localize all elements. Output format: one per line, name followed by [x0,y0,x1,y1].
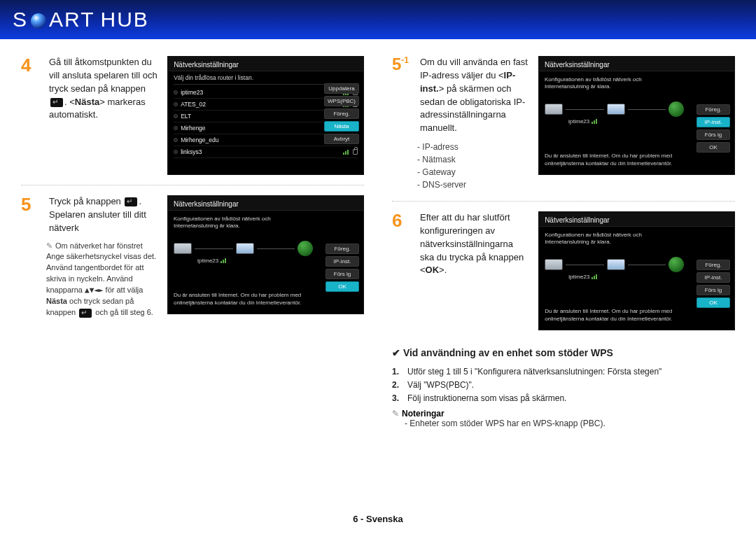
btn-avbryt[interactable]: Avbryt [324,134,359,144]
wps-notes: ✎Noteringar [392,409,735,419]
btn-ok[interactable]: OK [326,281,359,292]
shot4-buttons: Uppdatera WPS(PBC) Föreg. Nästa Avbryt [324,83,359,144]
btn-uppdatera[interactable]: Uppdatera [324,83,359,94]
divider [21,185,364,185]
wps-note-body: - Enheter som stöder WPS har en WPS-knap… [405,419,735,428]
step-number-4: 4 [21,56,42,169]
router-icon [607,259,625,270]
router-icon [236,243,254,254]
left-column: 4 Gå till åtkomstpunkten du vill ansluta… [21,56,364,428]
step-6-text: Efter att du har slutfört konfigureringe… [420,211,528,325]
brand-banner: S ART HUB [0,0,756,39]
step-5-note: ✎Om nätverket har fönstret Ange säkerhet… [46,241,158,319]
step-number-5-1: 5-1 [392,56,413,135]
step-6: 6 Efter att du har slutfört konfigurerin… [392,211,528,325]
step-5: 5 Tryck på knappen . Spelaren ansluter t… [21,195,158,235]
internet-icon [298,241,313,256]
btn-ok[interactable]: OK [696,142,730,153]
step-number-5: 5 [21,195,42,235]
brand-hub: HUB [100,8,148,31]
ip-fields-list: IP-adress Nätmask Gateway DNS-server [417,141,528,191]
btn-forsig[interactable]: Förs ig [326,269,359,279]
step-4: 4 Gå till åtkomstpunkten du vill ansluta… [21,56,158,169]
btn-forsig[interactable]: Förs ig [696,285,730,295]
btn-forsig[interactable]: Förs ig [696,129,730,140]
device-icon [545,259,563,270]
btn-ipinst[interactable]: IP-inst. [696,117,730,127]
btn-ipinst[interactable]: IP-inst. [696,272,730,283]
device-icon [545,104,563,115]
wps-item-1: Utför steg 1 till 5 i "Konfigurera nätve… [407,365,662,379]
btn-wpspbc[interactable]: WPS(PBC) [324,96,359,106]
wps-heading: ✔ Vid användning av en enhet som stöder … [392,347,735,358]
screenshot-step5: Nätverksinställningar Konfigurationen av… [167,195,364,314]
btn-foreg[interactable]: Föreg. [696,260,730,270]
wps-item-2: Välj "WPS(PBC)". [407,379,474,392]
btn-foreg[interactable]: Föreg. [326,244,359,254]
btn-ipinst[interactable]: IP-inst. [326,256,359,267]
globe-icon [31,13,46,29]
pen-icon: ✎ [46,241,52,250]
pen-icon: ✎ [392,409,399,419]
router-icon [607,104,625,115]
step-4-text: Gå till åtkomstpunkten du vill ansluta s… [49,56,158,169]
page-footer: 6 - Svenska [0,514,756,524]
internet-icon [668,257,684,272]
btn-foreg[interactable]: Föreg. [324,108,359,119]
btn-nasta[interactable]: Nästa [324,121,359,132]
screenshot-step6: Nätverksinställningar Konfigurationen av… [538,211,735,330]
screenshot-step4: Nätverksinställningar Välj din trådlösa … [167,56,364,175]
step-number-6: 6 [392,211,413,325]
brand-logo: S ART HUB [13,8,149,31]
shot-prompt: Välj din trådlösa router i listan. [168,71,363,83]
brand-s: S [13,8,28,31]
step-5-1-text: Om du vill använda en fast IP-adress väl… [420,56,528,135]
screenshot-step5-1: Nätverksinställningar Konfigurationen av… [538,56,735,175]
device-icon [174,243,192,254]
step-5-text: Tryck på knappen . Spelaren ansluter til… [49,195,158,235]
enter-icon [125,197,137,206]
right-column: 5-1 Om du vill använda en fast IP-adress… [392,56,735,428]
step-5-1: 5-1 Om du vill använda en fast IP-adress… [392,56,528,135]
enter-icon [79,309,92,318]
internet-icon [668,101,684,117]
wps-section: ✔ Vid användning av en enhet som stöder … [392,347,735,428]
enter-icon [50,98,63,107]
btn-ok[interactable]: OK [696,297,730,308]
wps-item-3: Följ instruktionerna som visas på skärme… [407,392,566,405]
brand-art: ART [49,8,94,31]
divider [392,201,735,202]
shot-title: Nätverksinställningar [168,57,363,71]
btn-foreg[interactable]: Föreg. [696,104,730,115]
